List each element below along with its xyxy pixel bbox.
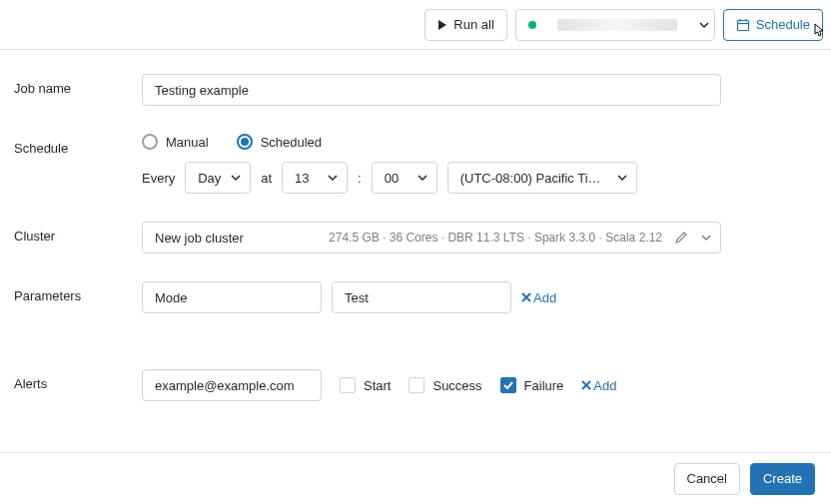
hour-select[interactable]: 13: [282, 162, 348, 194]
cancel-label: Cancel: [687, 471, 727, 486]
add-parameter-label: Add: [533, 290, 556, 305]
radio-circle-icon: [142, 134, 158, 150]
alert-failure-checkbox[interactable]: Failure: [500, 377, 564, 393]
schedule-button-label: Schedule: [756, 17, 810, 32]
interval-unit-value: Day: [198, 171, 222, 186]
manual-radio-label: Manual: [166, 135, 209, 150]
checkbox-box-icon: [500, 377, 516, 393]
schedule-button[interactable]: Schedule: [723, 9, 823, 41]
alerts-label: Alerts: [14, 369, 142, 391]
schedule-scheduled-radio[interactable]: Scheduled: [237, 134, 322, 150]
alert-success-checkbox[interactable]: Success: [409, 377, 481, 393]
minute-value: 00: [385, 171, 409, 186]
cluster-name-redacted: [557, 19, 677, 31]
job-name-input[interactable]: [142, 74, 721, 106]
pencil-icon[interactable]: [674, 231, 688, 245]
parameter-key-input[interactable]: [142, 281, 322, 313]
add-alert-label: Add: [593, 378, 616, 393]
add-alert-link[interactable]: Add: [581, 378, 616, 393]
run-all-label: Run all: [453, 17, 493, 32]
colon-label: :: [358, 171, 362, 186]
chevron-down-icon: [416, 172, 428, 184]
form-scroll-area[interactable]: Job name Schedule Manual Schedu: [0, 50, 831, 452]
chevron-down-icon: [700, 232, 712, 244]
parameters-label: Parameters: [14, 281, 142, 303]
create-label: Create: [763, 471, 802, 486]
create-button[interactable]: Create: [750, 463, 815, 495]
x-icon: [521, 292, 531, 302]
timezone-select[interactable]: (UTC-08:00) Pacific Ti…: [447, 162, 637, 194]
cluster-name: New job cluster: [155, 231, 244, 246]
hour-value: 13: [295, 171, 319, 186]
checkbox-box-icon: [409, 377, 424, 393]
scheduled-radio-label: Scheduled: [261, 135, 322, 150]
radio-circle-icon: [237, 134, 253, 150]
alert-success-label: Success: [432, 378, 481, 393]
run-all-button[interactable]: Run all: [424, 9, 506, 41]
timezone-value: (UTC-08:00) Pacific Ti…: [460, 171, 608, 186]
parameter-value-input[interactable]: [332, 281, 511, 313]
alert-email-input[interactable]: [142, 369, 322, 401]
cancel-button[interactable]: Cancel: [674, 463, 740, 495]
top-toolbar: Run all Schedule: [0, 0, 831, 50]
schedule-manual-radio[interactable]: Manual: [142, 134, 209, 150]
attached-cluster-dropdown[interactable]: [515, 9, 715, 41]
svg-rect-0: [737, 20, 748, 30]
chevron-down-icon: [698, 19, 710, 31]
cluster-select[interactable]: New job cluster 274.5 GB · 36 Cores · DB…: [142, 222, 721, 253]
alert-failure-label: Failure: [524, 378, 564, 393]
alert-start-checkbox[interactable]: Start: [340, 377, 391, 393]
chevron-down-icon: [230, 172, 242, 184]
calendar-icon: [736, 18, 750, 32]
chevron-down-icon: [616, 172, 628, 184]
checkbox-box-icon: [340, 377, 356, 393]
schedule-label: Schedule: [14, 134, 142, 156]
remove-parameter-link[interactable]: Add: [521, 290, 556, 305]
cluster-label: Cluster: [14, 222, 142, 244]
every-label: Every: [142, 171, 175, 186]
alert-start-label: Start: [364, 378, 391, 393]
at-label: at: [261, 171, 272, 186]
x-icon: [581, 380, 591, 390]
interval-unit-select[interactable]: Day: [185, 162, 251, 194]
cluster-status-dot-icon: [528, 21, 536, 29]
cluster-specs: 274.5 GB · 36 Cores · DBR 11.3 LTS · Spa…: [329, 231, 662, 245]
dialog-footer: Cancel Create: [0, 452, 831, 504]
play-icon: [437, 20, 447, 30]
chevron-down-icon: [327, 172, 339, 184]
job-name-label: Job name: [14, 74, 142, 96]
minute-select[interactable]: 00: [372, 162, 437, 194]
